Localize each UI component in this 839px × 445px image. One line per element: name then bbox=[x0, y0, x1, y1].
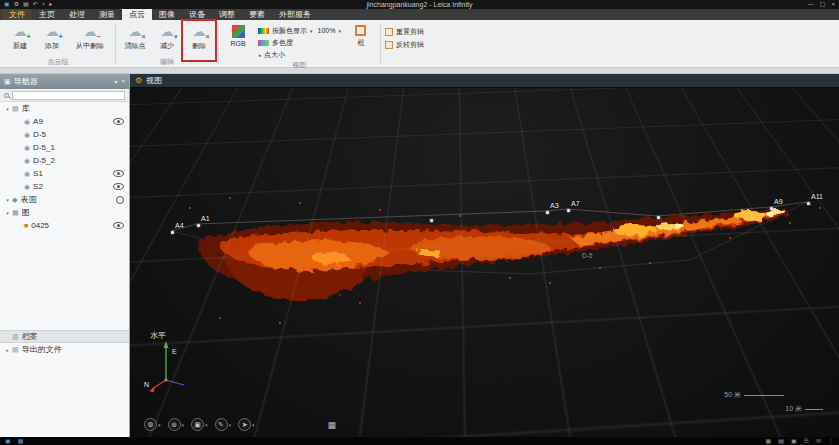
tree-item-A9[interactable]: ◉A9 bbox=[0, 115, 129, 128]
tab-文件[interactable]: 文件 bbox=[2, 9, 32, 20]
north-axis-label: N bbox=[144, 381, 149, 388]
maximize-button[interactable]: ▢ bbox=[820, 0, 826, 9]
view-orientation-label: 水平 bbox=[150, 331, 166, 340]
visibility-toggle-icon[interactable] bbox=[113, 170, 124, 177]
point-label: A4 bbox=[175, 222, 184, 229]
frame-icon bbox=[355, 25, 366, 36]
visibility-toggle-icon[interactable] bbox=[113, 222, 124, 229]
tab-设备[interactable]: 设备 bbox=[182, 9, 212, 20]
control-point-A9[interactable]: A9 bbox=[770, 207, 773, 210]
settings-icon[interactable]: ⚙ bbox=[14, 0, 19, 9]
control-point[interactable] bbox=[657, 216, 660, 219]
navigator-search-input[interactable] bbox=[12, 91, 125, 100]
group-separator bbox=[115, 24, 116, 64]
application-window: ▣⚙▤↶×▸ jinchangpankuang2 - Leica Infinit… bbox=[0, 0, 839, 445]
delete-button[interactable]: ☁×删除 bbox=[184, 21, 214, 52]
navigator-icon: ▣ bbox=[4, 78, 11, 86]
status-report-icon[interactable]: ▤ bbox=[778, 437, 784, 445]
multichrome-button[interactable]: 多色度 bbox=[258, 37, 313, 48]
reduce-button[interactable]: ☁▾减少 bbox=[152, 21, 182, 52]
visibility-toggle-icon[interactable] bbox=[113, 183, 124, 190]
tree-item-导出的文件[interactable]: ▸▤导出的文件 bbox=[0, 343, 129, 356]
multichrome-icon bbox=[258, 40, 269, 46]
chevron-down-icon: ▾ bbox=[229, 422, 232, 428]
tab-要素[interactable]: 要素 bbox=[242, 9, 272, 20]
control-point-A1[interactable]: A1 bbox=[197, 224, 200, 227]
tree-item-档案[interactable]: ▥档案 bbox=[0, 330, 129, 343]
tab-点云[interactable]: 点云 bbox=[122, 9, 152, 20]
scale-indicator-10: 10 米 bbox=[785, 404, 823, 414]
expander-icon[interactable]: ▾ bbox=[3, 106, 12, 112]
add-to-pointcloud-button[interactable]: ☁+添加 bbox=[37, 21, 67, 52]
color-by-dropdown[interactable]: 按颜色显示 ▾ bbox=[258, 25, 313, 36]
status-view-icon[interactable]: ▦ bbox=[766, 437, 772, 445]
view-cube-button-icon: ▣ bbox=[191, 418, 204, 431]
invert-clip-button[interactable]: 反转剪辑 bbox=[385, 40, 424, 50]
control-point-A3[interactable]: A3 bbox=[546, 211, 549, 214]
display-settings-button[interactable]: ⚙▾ bbox=[144, 418, 161, 431]
undo-icon[interactable]: ↶ bbox=[33, 0, 38, 9]
new-pointcloud-button[interactable]: ☁+新建 bbox=[5, 21, 35, 52]
view-cube-button[interactable]: ▣▾ bbox=[191, 418, 208, 431]
tree-item-库[interactable]: ▾▤库 bbox=[0, 102, 129, 115]
more-icon[interactable]: ▸ bbox=[49, 0, 52, 9]
app-icon[interactable]: ▣ bbox=[4, 0, 10, 9]
expander-icon[interactable]: ▸ bbox=[3, 347, 12, 353]
viewport-header: ⚙ 视图 bbox=[130, 74, 839, 88]
visibility-toggle-icon[interactable] bbox=[113, 118, 124, 125]
save-icon[interactable]: ▤ bbox=[23, 0, 29, 9]
tab-主页[interactable]: 主页 bbox=[32, 9, 62, 20]
expander-icon[interactable]: ▾ bbox=[3, 197, 12, 203]
control-point-A4[interactable]: A4 bbox=[171, 231, 174, 234]
control-point-A7[interactable]: A7 bbox=[567, 209, 570, 212]
tree-item-S2[interactable]: ◉S2 bbox=[0, 180, 129, 193]
expander-icon[interactable]: ▾ bbox=[3, 210, 12, 216]
panel-close-icon[interactable]: × bbox=[121, 78, 125, 85]
frame-button[interactable]: 框 bbox=[346, 21, 376, 49]
clear-points-button[interactable]: ☁×清除点 bbox=[120, 21, 150, 52]
tree-item-label: 库 bbox=[22, 103, 129, 114]
tree-item-D-5[interactable]: ◉D-5 bbox=[0, 128, 129, 141]
reset-clip-button[interactable]: 重置剪辑 bbox=[385, 27, 424, 37]
panel-dock-icon[interactable]: ▾ bbox=[114, 78, 117, 85]
close-project-icon[interactable]: × bbox=[42, 0, 46, 9]
control-point[interactable] bbox=[430, 219, 433, 222]
tab-测量[interactable]: 测量 bbox=[92, 9, 122, 20]
tree-item-D-5_1[interactable]: ◉D-5_1 bbox=[0, 141, 129, 154]
minimize-button[interactable]: — bbox=[808, 0, 814, 9]
tree-item-0425[interactable]: ■0425 bbox=[0, 219, 129, 232]
tree-item-label: 图 bbox=[22, 207, 129, 218]
tab-外部服务[interactable]: 外部服务 bbox=[272, 9, 318, 20]
rgb-intensity-button[interactable]: RGB bbox=[223, 21, 253, 48]
3d-viewport-canvas[interactable]: A4A1A3A7A9A11 D-5 水平 E N 50 米 bbox=[130, 88, 839, 437]
tree-item-表面[interactable]: ▾◆表面 bbox=[0, 193, 129, 206]
orbit-mode-button[interactable]: ⊛▾ bbox=[168, 418, 185, 431]
remove-from-pointcloud-button[interactable]: ☁−从中删除 bbox=[69, 21, 111, 52]
close-button[interactable]: × bbox=[831, 0, 835, 9]
render-style-button[interactable]: ✎▾ bbox=[215, 418, 232, 431]
control-point-A11[interactable]: A11 bbox=[807, 202, 810, 205]
status-message-icon[interactable]: ✉ bbox=[816, 437, 821, 445]
status-app-icon[interactable]: ▣ bbox=[5, 437, 11, 445]
point-dot bbox=[171, 231, 174, 234]
tree-item-图[interactable]: ▾▦图 bbox=[0, 206, 129, 219]
status-layout-icon[interactable]: ▣ bbox=[791, 437, 797, 445]
pointcloud-icon: ☁× bbox=[193, 25, 206, 39]
zoom-level-dropdown[interactable]: 100% ▾ bbox=[318, 25, 341, 36]
clip-icon bbox=[385, 28, 393, 36]
point-size-button[interactable]: ● 点大小 bbox=[258, 49, 313, 60]
tree-item-D-5_2[interactable]: ◉D-5_2 bbox=[0, 154, 129, 167]
tab-处理[interactable]: 处理 bbox=[62, 9, 92, 20]
status-list-icon[interactable]: ☰ bbox=[804, 437, 809, 445]
navigator-tree: ▾▤库◉A9◉D-5◉D-5_1◉D-5_2◉S1◉S2▾◆表面▾▦图■0425 bbox=[0, 102, 129, 232]
tab-调整[interactable]: 调整 bbox=[212, 9, 242, 20]
tree-item-label: 导出的文件 bbox=[22, 344, 129, 355]
pointcloud-icon: ☁× bbox=[129, 25, 142, 39]
tab-图像[interactable]: 图像 bbox=[152, 9, 182, 20]
grid-toggle-button[interactable]: ▦ bbox=[328, 420, 337, 430]
status-grid-icon[interactable]: ▦ bbox=[18, 437, 24, 445]
status-more-icon[interactable]: ⋮ bbox=[828, 437, 834, 445]
visibility-toggle-icon[interactable] bbox=[116, 196, 124, 204]
navigate-button[interactable]: ➤▾ bbox=[238, 418, 255, 431]
tree-item-S1[interactable]: ◉S1 bbox=[0, 167, 129, 180]
